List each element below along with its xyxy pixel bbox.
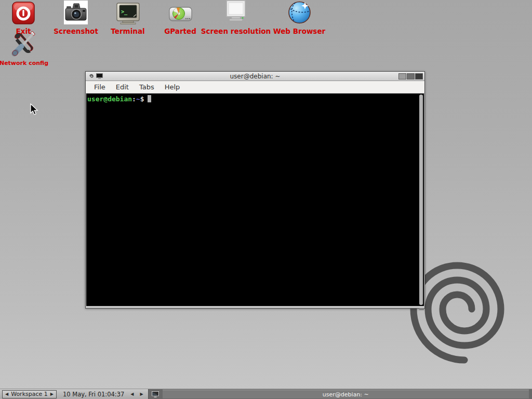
titlebar-icon-group bbox=[87, 73, 124, 79]
workspace-switcher[interactable]: ◀ Workspace 1 ▶ bbox=[2, 390, 57, 398]
window-controls bbox=[387, 73, 423, 79]
workspace-label: Workspace 1 bbox=[11, 391, 48, 397]
menu-file[interactable]: File bbox=[89, 82, 111, 92]
icon-label: Screenshot bbox=[54, 28, 98, 35]
workspace-prev-icon[interactable]: ◀ bbox=[5, 392, 8, 396]
workspace-next-icon[interactable]: ▶ bbox=[50, 392, 54, 396]
pager-left-icon[interactable]: ◀ bbox=[130, 392, 134, 396]
power-icon bbox=[12, 0, 35, 25]
shell-prompt: user@debian:~$ bbox=[86, 94, 424, 104]
titlebar[interactable]: user@debian: ~ bbox=[86, 72, 424, 81]
text-cursor bbox=[148, 95, 151, 102]
taskbar: ◀ Workspace 1 ▶ 10 May, Fri 01:04:37 ◀ ▶… bbox=[0, 389, 532, 399]
icon-label: Web Browser bbox=[273, 28, 325, 35]
terminal-mini-icon bbox=[96, 73, 103, 79]
icon-label: Screen resolution bbox=[201, 28, 271, 35]
harddisk-icon bbox=[168, 0, 193, 25]
menu-help[interactable]: Help bbox=[159, 82, 185, 92]
desktop-icon-web-browser[interactable]: Web Browser bbox=[268, 0, 330, 35]
camera-icon bbox=[64, 0, 88, 25]
pager-right-icon[interactable]: ▶ bbox=[140, 392, 143, 396]
icon-label: Network config bbox=[0, 60, 48, 67]
desktop-icon-gparted[interactable]: GParted bbox=[154, 0, 206, 35]
desktop-icon-exit[interactable]: Exit bbox=[3, 0, 44, 35]
prompt-user-host: user@debian bbox=[87, 95, 132, 103]
window-resize-grip[interactable] bbox=[419, 308, 424, 310]
menu-edit[interactable]: Edit bbox=[111, 82, 134, 92]
menu-tabs[interactable]: Tabs bbox=[134, 82, 159, 92]
globe-icon bbox=[287, 0, 312, 25]
icon-label: Terminal bbox=[111, 28, 144, 35]
terminal-scrollbar[interactable] bbox=[419, 95, 423, 305]
prompt-path: ~ bbox=[136, 95, 140, 103]
debian-swirl-icon bbox=[87, 73, 94, 79]
show-desktop-button[interactable] bbox=[149, 389, 163, 399]
desktop-icon-terminal[interactable]: >_ Terminal bbox=[102, 0, 154, 35]
icon-label: GParted bbox=[164, 28, 196, 35]
task-button-terminal[interactable]: user@debian: ~ bbox=[163, 390, 529, 398]
window-title: user@debian: ~ bbox=[124, 73, 387, 80]
prompt-symbol: $ bbox=[140, 95, 144, 103]
menubar: File Edit Tabs Help bbox=[86, 81, 424, 93]
desktop-icon-screen-resolution[interactable]: Screen resolution bbox=[202, 0, 270, 35]
svg-text:>_: >_ bbox=[121, 9, 128, 15]
pager-arrows: ◀ ▶ bbox=[130, 392, 143, 396]
prompt-separator: : bbox=[132, 95, 136, 103]
maximize-button[interactable] bbox=[407, 73, 415, 79]
close-button[interactable] bbox=[415, 73, 423, 79]
crt-icon: >_ bbox=[116, 0, 140, 25]
terminal-window: user@debian: ~ File Edit Tabs Help user@… bbox=[85, 71, 425, 309]
taskbar-clock: 10 May, Fri 01:04:37 bbox=[63, 391, 124, 398]
minimize-button[interactable] bbox=[398, 73, 406, 79]
desktop-icon-network-config[interactable]: Network config bbox=[0, 32, 54, 67]
monitor-icon bbox=[223, 0, 248, 25]
tools-icon bbox=[9, 32, 38, 57]
tasklist: user@debian: ~ bbox=[148, 389, 532, 399]
desktop-icon-screenshot[interactable]: Screenshot bbox=[50, 0, 102, 35]
mouse-cursor bbox=[30, 103, 39, 116]
terminal-screen[interactable]: user@debian:~$ bbox=[86, 94, 424, 306]
monitor-mini-icon bbox=[151, 391, 159, 398]
